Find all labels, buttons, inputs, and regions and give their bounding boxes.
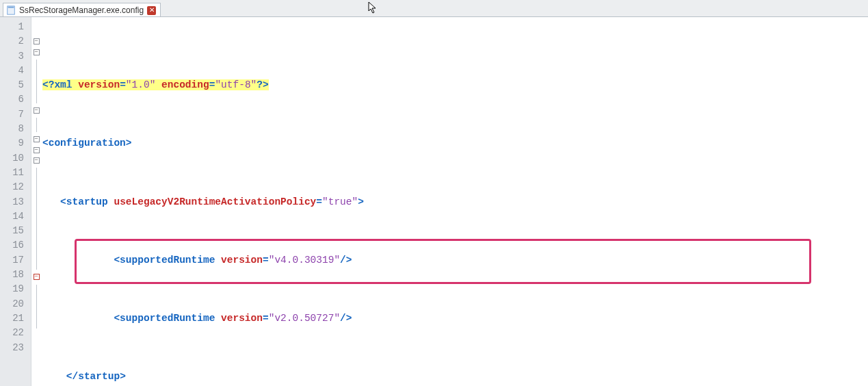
fold-guide — [31, 255, 41, 270]
fold-column: −−−−−−− — [31, 17, 41, 386]
fold-guide — [31, 183, 41, 197]
fold-guide — [31, 241, 41, 255]
line-number: 14 — [0, 209, 24, 224]
fold-toggle-icon[interactable]: − — [34, 38, 40, 44]
line-number: 22 — [0, 326, 24, 340]
line-number: 9 — [0, 136, 24, 151]
fold-guide — [31, 118, 41, 132]
line-number: 5 — [0, 78, 24, 92]
line-number: 8 — [0, 122, 24, 136]
line-number: 1 — [0, 20, 24, 34]
line-number: 13 — [0, 195, 24, 209]
tab-bar: SsRecStorageManager.exe.config ✕ — [0, 0, 868, 17]
fold-toggle-icon[interactable]: − — [34, 274, 40, 280]
line-number: 20 — [0, 297, 24, 311]
line-number: 17 — [0, 253, 24, 268]
fold-guide — [31, 299, 41, 313]
svg-rect-1 — [8, 7, 14, 8]
code-area[interactable]: <?xml version="1.0" encoding="utf-8"?> <… — [41, 17, 868, 386]
fold-toggle-icon[interactable]: − — [34, 136, 40, 142]
fold-guide — [31, 211, 41, 226]
file-tab[interactable]: SsRecStorageManager.exe.config ✕ — [3, 3, 161, 16]
line-number: 18 — [0, 268, 24, 282]
line-number: 21 — [0, 311, 24, 326]
fold-toggle-icon[interactable]: − — [34, 157, 40, 164]
line-number: 11 — [0, 166, 24, 180]
fold-toggle-icon[interactable]: − — [34, 49, 40, 55]
line-number: 6 — [0, 92, 24, 107]
fold-guide — [31, 313, 41, 328]
line-number: 19 — [0, 282, 24, 296]
line-number: 3 — [0, 49, 24, 64]
line-number: 16 — [0, 238, 24, 253]
line-number: 4 — [0, 64, 24, 78]
fold-guide — [31, 88, 41, 103]
fold-guide — [31, 20, 41, 34]
file-icon — [6, 5, 16, 15]
code-editor[interactable]: 1234567891011121314151617181920212223 −−… — [0, 17, 868, 386]
fold-guide — [31, 60, 41, 74]
fold-guide — [31, 329, 41, 343]
line-number-gutter: 1234567891011121314151617181920212223 — [0, 17, 31, 386]
line-number: 15 — [0, 224, 24, 238]
tab-close-icon[interactable]: ✕ — [147, 6, 156, 15]
fold-guide — [31, 285, 41, 299]
line-number: 10 — [0, 151, 24, 166]
fold-guide — [31, 74, 41, 88]
line-number: 7 — [0, 107, 24, 122]
fold-toggle-icon[interactable]: − — [34, 107, 40, 114]
fold-guide — [31, 197, 41, 211]
line-number: 23 — [0, 341, 24, 355]
file-tab-label: SsRecStorageManager.exe.config — [19, 5, 144, 15]
fold-guide — [31, 168, 41, 182]
line-number: 12 — [0, 180, 24, 194]
fold-guide — [31, 226, 41, 240]
fold-toggle-icon[interactable]: − — [34, 147, 40, 153]
line-number: 2 — [0, 34, 24, 49]
